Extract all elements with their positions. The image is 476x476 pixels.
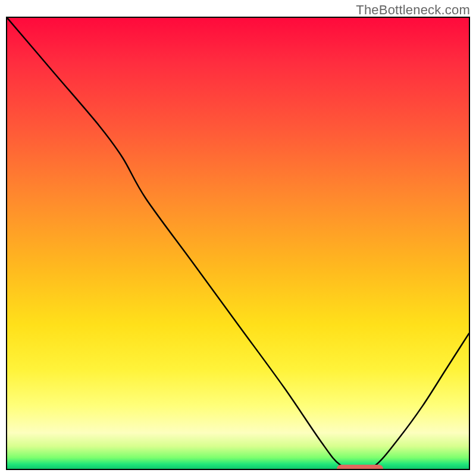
bottleneck-curve <box>7 18 469 469</box>
optimal-range-marker <box>337 465 383 470</box>
chart-plot-area <box>6 17 470 470</box>
watermark-text: TheBottleneck.com <box>356 2 470 18</box>
